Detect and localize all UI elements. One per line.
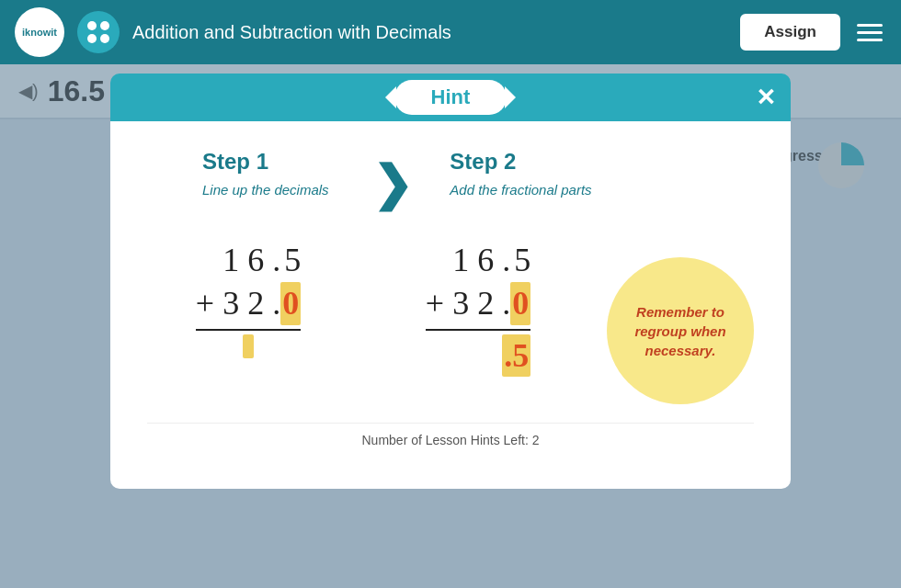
step1-desc: Line up the decimals [202, 180, 354, 199]
hint-overlay: Hint ✕ Step 1 Line up the decimals ❯ Ste… [0, 64, 901, 588]
remember-bubble: Remember to regroup when necessary. [607, 257, 754, 404]
hint-step2: Step 2 Add the fractional parts [431, 149, 601, 199]
logo-dot-1 [87, 21, 97, 30]
step1-equation: 1 6 . 5 + 3 2 . 0 • [196, 239, 301, 358]
step2-line1: 1 6 . 5 [426, 239, 530, 282]
menu-button[interactable] [853, 20, 886, 45]
step1-num2-prefix: + 3 2 . [196, 282, 280, 325]
step2-num2-prefix: + 3 2 . [426, 282, 510, 325]
hint-step1: Step 1 Line up the decimals [147, 149, 354, 199]
step1-result-line: • [196, 334, 301, 358]
hint-steps: Step 1 Line up the decimals ❯ Step 2 Add… [147, 149, 754, 211]
step1-num1-frac: 5 [284, 239, 301, 282]
step2-num1-frac: 5 [514, 239, 530, 282]
step1-num1: 1 6 . [222, 239, 280, 282]
step2-equation: 1 6 . 5 + 3 2 . 0 .5 [426, 239, 530, 377]
step1-result-dot: • [243, 334, 253, 358]
step2-line2: + 3 2 . 0 [426, 282, 530, 325]
step2-divider [426, 329, 530, 331]
step1-title: Step 1 [202, 149, 354, 175]
logo-text: iknowit [15, 7, 64, 57]
hint-body: Step 1 Line up the decimals ❯ Step 2 Add… [110, 121, 791, 489]
hint-modal: Hint ✕ Step 1 Line up the decimals ❯ Ste… [110, 74, 791, 489]
hints-left-text: Number of Lesson Hints Left: 2 [362, 433, 540, 447]
step1-line2: + 3 2 . 0 [196, 282, 301, 325]
hint-close-button[interactable]: ✕ [756, 85, 776, 109]
main-area: ◀) 16.5 + 32 = Progress Hint ✕ Step 1 [0, 64, 901, 588]
menu-icon-line1 [857, 24, 883, 27]
hint-title: Hint [431, 85, 471, 108]
step1-math-block: 1 6 . 5 + 3 2 . 0 • [147, 239, 349, 358]
menu-icon-line2 [857, 31, 883, 34]
menu-icon-line3 [857, 39, 883, 41]
step2-title: Step 2 [450, 149, 601, 175]
step2-result: .5 [502, 334, 530, 378]
step2-zero-highlight: 0 [510, 282, 530, 325]
logo-dot-4 [100, 34, 109, 43]
hint-content-row: 1 6 . 5 + 3 2 . 0 • [147, 239, 754, 404]
step1-zero-highlight: 0 [280, 282, 301, 325]
hints-left: Number of Lesson Hints Left: 2 [147, 423, 754, 447]
step2-result-line: .5 [426, 334, 530, 378]
logo-dots [84, 17, 113, 47]
step2-math-block: 1 6 . 5 + 3 2 . 0 .5 [377, 239, 579, 377]
step2-num1: 1 6 . [452, 239, 510, 282]
hint-tab: Hint [394, 80, 508, 115]
hint-header: Hint ✕ [110, 74, 791, 121]
step2-desc: Add the fractional parts [450, 180, 601, 199]
remember-text: Remember to regroup when necessary. [625, 302, 736, 360]
step-arrow-icon: ❯ [372, 156, 413, 211]
logo-dot-3 [87, 34, 97, 43]
assign-button[interactable]: Assign [740, 14, 840, 51]
lesson-title: Addition and Subtraction with Decimals [132, 22, 727, 43]
top-bar: iknowit Addition and Subtraction with De… [0, 0, 901, 64]
step1-divider [196, 329, 301, 331]
step1-line1: 1 6 . 5 [196, 239, 301, 282]
logo-dot-2 [100, 21, 109, 30]
logo-icon [77, 11, 120, 53]
